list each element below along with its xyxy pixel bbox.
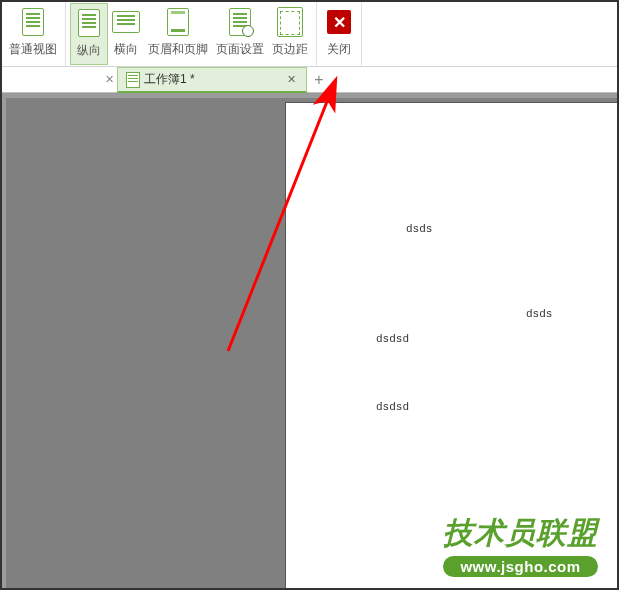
ribbon-label: 页眉和页脚 [148,41,208,58]
print-preview-page: dsds dsds dsdsd dsdsd [286,103,618,589]
cell-value: dsds [406,223,432,235]
workbook-icon [126,72,140,88]
ribbon-label: 普通视图 [9,41,57,58]
ribbon-label: 页边距 [272,41,308,58]
margins-icon [277,7,303,37]
workbook-tab[interactable]: 工作簿1 * ✕ [117,67,307,93]
app-window: 普通视图 纵向 横向 页眉和页脚 页面设置 页边距 [0,0,619,590]
page-setup-button[interactable]: 页面设置 [212,3,268,65]
document-tabbar: ✕ 工作簿1 * ✕ + [1,67,618,93]
cell-value: dsdsd [376,333,409,345]
tab-close-icon[interactable]: ✕ [285,73,298,86]
prev-tab-close-icon[interactable]: ✕ [101,67,117,92]
close-icon: ✕ [327,10,351,34]
ribbon-group-orient: 纵向 横向 页眉和页脚 页面设置 页边距 [66,1,317,66]
ribbon-label: 关闭 [327,41,351,58]
workspace-inner: dsds dsds dsdsd dsdsd [6,98,618,589]
margins-button[interactable]: 页边距 [268,3,312,65]
ribbon-label: 横向 [114,41,138,58]
close-preview-button[interactable]: ✕ 关闭 [321,3,357,65]
cell-value: dsdsd [376,401,409,413]
landscape-button[interactable]: 横向 [108,3,144,65]
header-footer-button[interactable]: 页眉和页脚 [144,3,212,65]
ribbon-group-close: ✕ 关闭 [317,1,362,66]
portrait-button[interactable]: 纵向 [70,3,108,65]
page-setup-icon [229,8,251,36]
ribbon-label: 页面设置 [216,41,264,58]
normal-view-icon [22,8,44,36]
landscape-icon [112,11,140,33]
header-footer-icon [167,8,189,36]
ribbon-group-view: 普通视图 [1,1,66,66]
ribbon-label: 纵向 [77,42,101,59]
normal-view-button[interactable]: 普通视图 [5,3,61,65]
portrait-icon [78,9,100,37]
add-tab-button[interactable]: + [307,67,331,92]
ribbon-toolbar: 普通视图 纵向 横向 页眉和页脚 页面设置 页边距 [1,1,618,67]
workspace-area: dsds dsds dsdsd dsdsd [1,93,618,589]
workbook-tab-label: 工作簿1 * [144,71,195,88]
cell-value: dsds [526,308,552,320]
